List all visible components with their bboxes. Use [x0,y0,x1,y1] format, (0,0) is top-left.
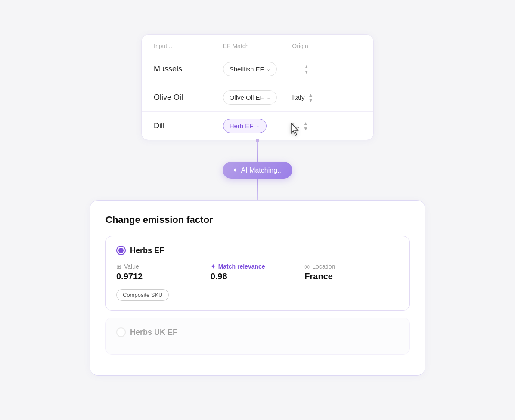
relevance-number: 0.98 [211,272,305,281]
metric-relevance-col: ✦ Match relevance 0.98 [211,263,305,281]
location-value: France [304,272,399,281]
col-input-header: Input... [154,43,223,49]
table-card: Input... EF Match Origin Mussels Shellfi… [141,34,374,140]
input-olive-oil: Olive Oil [154,93,223,102]
chevron-down-icon: ⌄ [267,66,270,72]
ef-result-name-2: Herbs UK EF [130,328,177,337]
ef-dropdown-olive-oil[interactable]: Olive Oil EF ⌄ [223,90,292,105]
herb-ef-label: Herb EF [230,122,254,130]
ef-metrics-row: ⊞ Value 0.9712 ✦ Match relevance 0.98 ◎ [116,263,399,281]
ef-result-card-herbs[interactable]: Herbs EF ⊞ Value 0.9712 ✦ Match relevanc… [105,236,410,311]
grid-icon: ⊞ [116,263,121,270]
origin-olive-oil: Italy ▲▼ [292,93,361,103]
table-row: Mussels Shellfish EF ⌄ ... ▲▼ [142,55,373,83]
panel-title: Change emission factor [105,214,410,225]
sparkle-icon: ✦ [232,166,238,174]
sort-icon: ▲▼ [304,64,309,74]
input-dill: Dill [154,121,223,130]
relevance-label: ✦ Match relevance [211,263,305,270]
connector-line-bottom [257,179,258,200]
value-label: ⊞ Value [116,263,211,270]
sort-icon: ▲▼ [308,93,313,103]
location-pin-icon: ◎ [304,263,310,270]
radio-selected[interactable] [116,246,126,255]
page-container: Input... EF Match Origin Mussels Shellfi… [0,17,515,420]
col-origin-header: Origin [292,43,361,49]
metric-location-col: ◎ Location France [304,263,399,281]
ef-result-name-row: Herbs EF [116,246,399,255]
ef-result-card-herbs-uk[interactable]: Herbs UK EF [105,318,410,355]
ef-result-name: Herbs EF [130,246,164,255]
sort-icon: ▲▼ [303,121,308,131]
input-mussels: Mussels [154,65,223,74]
table-row: Olive Oil Olive Oil EF ⌄ Italy ▲▼ [142,83,373,112]
connector-line [257,140,258,162]
radio-unselected[interactable] [116,327,126,337]
sku-badge: Composite SKU [116,289,169,301]
table-header: Input... EF Match Origin [142,35,373,55]
radio-inner [118,248,124,253]
ef-result-name-row-2: Herbs UK EF [116,327,399,337]
shellfish-ef-label: Shellfish EF [230,65,264,73]
ai-matching-button[interactable]: ✦ AI Matching... [223,162,293,179]
ef-dropdown-dill[interactable]: Herb EF ⌄ [223,119,292,133]
chevron-down-icon: ⌄ [256,123,260,129]
location-label: ◎ Location [304,263,399,270]
chevron-down-icon: ⌄ [267,95,270,100]
col-ef-header: EF Match [223,43,292,49]
sparkle-icon-small: ✦ [211,263,216,270]
value-number: 0.9712 [116,272,211,281]
emission-panel: Change emission factor Herbs EF ⊞ Value … [90,200,425,376]
ai-matching-label: AI Matching... [241,167,283,174]
origin-mussels: ... ▲▼ [292,64,361,74]
ef-dropdown-mussels[interactable]: Shellfish EF ⌄ [223,62,292,76]
metric-value-col: ⊞ Value 0.9712 [116,263,211,281]
olive-oil-ef-label: Olive Oil EF [230,94,264,101]
table-row: Dill Herb EF ⌄ I... ▲▼ [142,112,373,140]
origin-dill: I... ▲▼ [292,121,361,131]
